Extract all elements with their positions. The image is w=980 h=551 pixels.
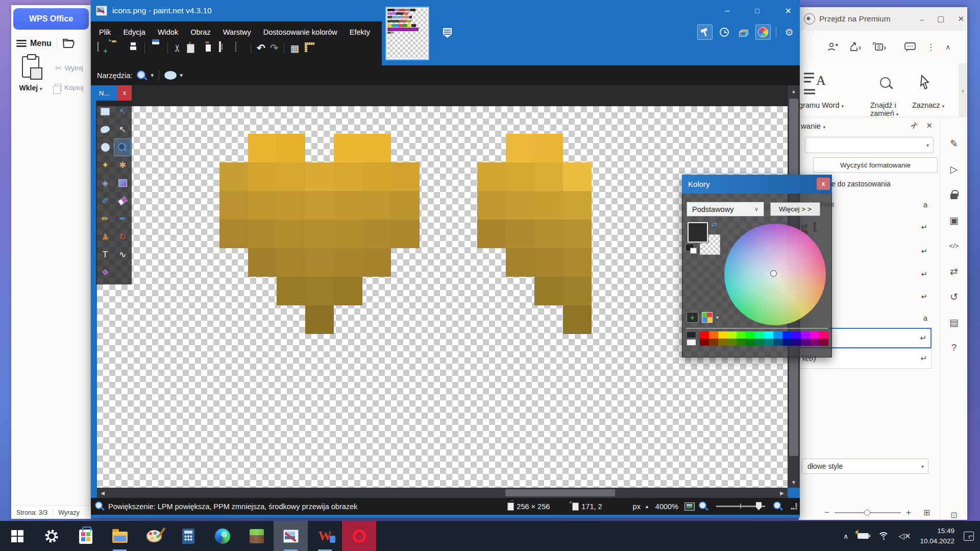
- fullscreen-icon[interactable]: ⊡: [950, 510, 957, 520]
- more-options-icon[interactable]: ⋮: [926, 42, 935, 53]
- horizontal-scrollbar-thumb[interactable]: [505, 489, 615, 496]
- swatch-black[interactable]: [687, 331, 696, 338]
- resize-grip[interactable]: [791, 503, 798, 510]
- zoom-slider-handle[interactable]: [756, 502, 762, 510]
- palette-swatch[interactable]: [819, 331, 828, 339]
- share-icon[interactable]: [849, 42, 862, 52]
- open-file-icon[interactable]: [112, 42, 123, 54]
- palette-swatch[interactable]: [727, 339, 737, 346]
- color-picker-tool[interactable]: ✒: [114, 210, 131, 228]
- palette-swatch[interactable]: [727, 331, 737, 339]
- taskbar-calculator[interactable]: [171, 521, 205, 551]
- swap-colors-icon[interactable]: ⇄: [711, 220, 717, 228]
- units-selector[interactable]: px: [633, 502, 641, 511]
- tools-palette-title[interactable]: N...: [95, 85, 117, 101]
- styles-pane-close-icon[interactable]: ✕: [926, 121, 933, 130]
- redo-icon[interactable]: ↷: [270, 43, 279, 53]
- taskbar-wps-office[interactable]: W: [308, 521, 342, 551]
- pencil-tool[interactable]: ✏: [96, 210, 114, 228]
- new-file-icon[interactable]: [96, 42, 107, 54]
- word-close-button[interactable]: ✕: [958, 14, 964, 23]
- grid-view-icon[interactable]: ⊞: [923, 508, 930, 517]
- lasso-select-tool[interactable]: [96, 121, 114, 138]
- menu-dostosowanie-kolor-w[interactable]: Dostosowanie kolorów: [259, 27, 341, 38]
- paintnet-minimize-button[interactable]: –: [725, 6, 729, 15]
- add-person-icon[interactable]: [827, 42, 839, 52]
- colors-window-toggle[interactable]: [755, 25, 771, 40]
- palette-swatch[interactable]: [755, 339, 764, 346]
- settings-button[interactable]: ⚙: [781, 25, 797, 40]
- magic-wand-tool[interactable]: ✦: [96, 156, 114, 174]
- taskbar-settings[interactable]: [34, 521, 68, 551]
- colors-dialog-title[interactable]: Kolory: [682, 175, 832, 194]
- rectangle-select-tool[interactable]: [96, 103, 114, 121]
- tool-dropdown-carat[interactable]: ▼: [150, 73, 155, 78]
- palette-swatch[interactable]: [810, 331, 819, 339]
- copy-icon[interactable]: [186, 42, 198, 54]
- tools-palette-close-icon[interactable]: x: [117, 85, 132, 101]
- print-icon[interactable]: [151, 42, 162, 54]
- swap-arrows-icon[interactable]: ⇄: [946, 263, 962, 279]
- pan-tool[interactable]: ✱: [114, 156, 131, 174]
- paste-icon[interactable]: [202, 42, 213, 54]
- taskbar-file-explorer[interactable]: [103, 521, 137, 551]
- palette-swatch[interactable]: [718, 331, 727, 339]
- mini-swatch-pair[interactable]: [685, 244, 694, 251]
- zoom-in-icon[interactable]: [773, 501, 783, 512]
- recolor-tool[interactable]: ↻: [114, 228, 131, 246]
- palette-swatch[interactable]: [764, 331, 773, 339]
- tray-expand-icon[interactable]: ∧: [843, 532, 848, 540]
- colors-dialog-close-icon[interactable]: x: [817, 178, 830, 190]
- palette-swatch[interactable]: [764, 339, 773, 346]
- units-carat[interactable]: ▲: [645, 504, 649, 509]
- menu-plik[interactable]: Plik: [95, 27, 115, 38]
- volume-muted-icon[interactable]: ◁✕: [898, 532, 911, 541]
- palette-swatch[interactable]: [746, 331, 755, 339]
- taskbar-edge[interactable]: [205, 521, 239, 551]
- open-folder-icon[interactable]: [62, 38, 76, 49]
- menu-warstwy[interactable]: Warstwy: [219, 27, 255, 38]
- shapes-tool[interactable]: ❖: [96, 263, 114, 281]
- zoom-to-window-icon[interactable]: [684, 502, 695, 511]
- history-icon[interactable]: ↺: [946, 289, 962, 304]
- collapse-ribbon-icon[interactable]: ∧: [945, 43, 950, 51]
- taskbar-paint[interactable]: [137, 521, 171, 551]
- wps-office-button[interactable]: WPS Office: [13, 8, 89, 30]
- palette-swatch[interactable]: [755, 331, 764, 339]
- help-icon[interactable]: ?: [946, 340, 962, 355]
- palette-swatch[interactable]: [737, 339, 746, 346]
- zoom-tool[interactable]: [114, 138, 131, 156]
- layout-icon[interactable]: ▤: [946, 315, 962, 330]
- zoom-slider[interactable]: [835, 512, 901, 513]
- shape-dropdown-carat[interactable]: ▼: [179, 73, 184, 78]
- find-replace-icon[interactable]: [879, 77, 893, 90]
- pin-icon[interactable]: ⊼: [909, 121, 919, 131]
- deselect-icon[interactable]: [234, 42, 245, 54]
- more-colors-button[interactable]: Więcej > >: [770, 202, 820, 216]
- palette-swatch[interactable]: [700, 331, 709, 339]
- image-thumbnail-tab[interactable]: [385, 7, 429, 60]
- ellipse-select-tool[interactable]: [96, 138, 114, 156]
- paintnet-close-button[interactable]: ✕: [785, 6, 792, 16]
- taskbar-store[interactable]: [68, 521, 103, 551]
- move-selected-pixels-tool[interactable]: ↖: [114, 103, 131, 121]
- palette-swatch[interactable]: [718, 339, 727, 346]
- menu-edycja[interactable]: Edycja: [119, 27, 150, 38]
- palette-swatch[interactable]: [737, 331, 746, 339]
- zoom-percentage[interactable]: 4000%: [655, 502, 678, 511]
- menu-efekty[interactable]: Efekty: [346, 27, 374, 38]
- add-widget-icon[interactable]: [872, 42, 887, 52]
- code-icon[interactable]: </>: [946, 238, 962, 253]
- menu-obraz[interactable]: Obraz: [186, 27, 215, 38]
- change-styles-icon[interactable]: A: [802, 69, 829, 95]
- wps-menu-button[interactable]: Menu: [30, 39, 52, 48]
- palette-swatch[interactable]: [700, 339, 709, 346]
- taskbar-paintnet[interactable]: [274, 521, 308, 551]
- horizontal-scrollbar[interactable]: ◀ ▶: [97, 488, 788, 498]
- menu-widok[interactable]: Widok: [154, 27, 182, 38]
- zoom-out-icon[interactable]: [699, 501, 709, 512]
- paste-button[interactable]: Wklej ▾: [16, 56, 45, 95]
- wifi-icon[interactable]: [878, 532, 889, 540]
- gradient-tool[interactable]: [114, 174, 131, 192]
- zoom-slider[interactable]: [716, 506, 765, 507]
